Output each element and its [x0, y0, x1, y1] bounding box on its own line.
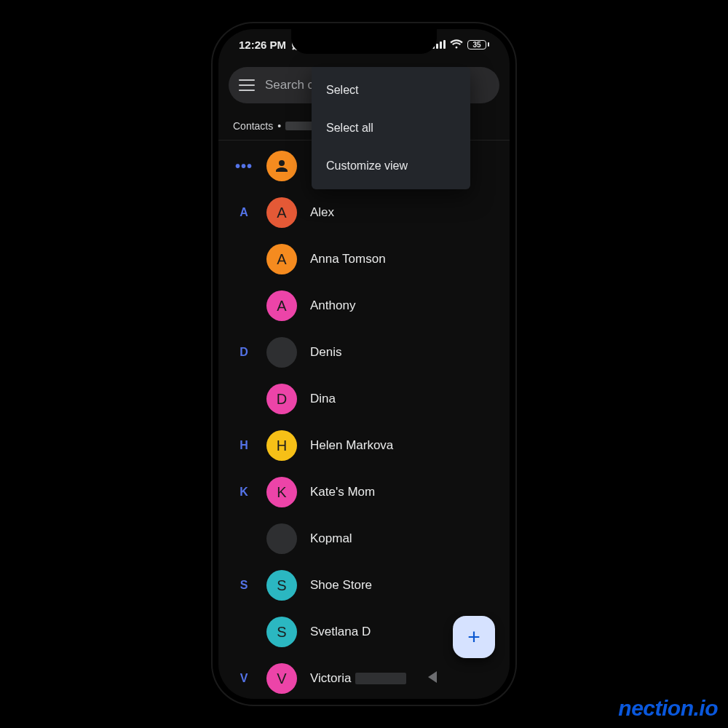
person-icon	[266, 151, 297, 181]
avatar: S	[266, 617, 297, 647]
avatar: V	[266, 663, 297, 694]
avatar: A	[266, 244, 297, 274]
battery-icon: 35	[467, 40, 489, 50]
contact-row[interactable]: DDenis	[218, 329, 510, 376]
contact-name: Victoria	[310, 671, 406, 686]
nav-back-icon[interactable]	[428, 671, 437, 683]
hamburger-icon[interactable]	[239, 79, 255, 91]
screen: 12:26 PM 35 Search c	[218, 29, 510, 699]
wifi-icon	[450, 39, 463, 50]
avatar: D	[266, 384, 297, 414]
name-redacted	[355, 673, 406, 684]
menu-customize-view[interactable]: Customize view	[312, 147, 470, 185]
index-letter: K	[234, 486, 253, 499]
avatar: S	[266, 570, 297, 601]
battery-level: 35	[472, 41, 480, 49]
contacts-header-label: Contacts	[233, 120, 273, 132]
contact-name: Alex	[310, 205, 334, 220]
avatar: A	[266, 197, 297, 228]
contacts-header-separator: •	[277, 120, 281, 132]
contact-name: Kate's Mom	[310, 485, 375, 499]
contact-row[interactable]: SSShoe Store	[218, 562, 510, 609]
contact-row[interactable]: KKKate's Mom	[218, 469, 510, 515]
index-more: •••	[234, 158, 253, 175]
contact-name: Kopmal	[310, 531, 352, 546]
contact-row[interactable]: AAnna Tomson	[218, 236, 510, 282]
add-contact-fab[interactable]: +	[453, 616, 495, 658]
overflow-menu: Select Select all Customize view	[312, 67, 470, 189]
avatar: H	[266, 430, 297, 461]
contact-row[interactable]: Kopmal	[218, 515, 510, 562]
avatar	[266, 523, 297, 554]
index-letter: A	[234, 206, 253, 219]
index-letter: V	[234, 672, 253, 685]
avatar	[266, 337, 297, 368]
contact-name: Denis	[310, 345, 341, 360]
watermark: nection.io	[618, 696, 718, 721]
contact-row[interactable]: AAnthony	[218, 282, 510, 329]
index-letter: S	[234, 579, 253, 592]
phone-frame: 12:26 PM 35 Search c	[211, 22, 517, 706]
contact-name: Dina	[310, 392, 336, 406]
menu-select-all[interactable]: Select all	[312, 109, 470, 147]
index-letter: H	[234, 439, 253, 452]
index-letter: D	[234, 346, 253, 359]
avatar: A	[266, 290, 297, 321]
contact-name: Helen Markova	[310, 438, 393, 453]
contact-row[interactable]: VVVictoria	[218, 655, 510, 699]
contact-row[interactable]: DDina	[218, 376, 510, 422]
contact-row[interactable]: AAAlex	[218, 189, 510, 236]
status-time: 12:26 PM	[239, 39, 286, 51]
notch	[291, 29, 437, 54]
contact-row[interactable]: HHHelen Markova	[218, 422, 510, 469]
contact-name: Anthony	[310, 298, 355, 313]
plus-icon: +	[467, 626, 480, 648]
contact-name: Svetlana D	[310, 625, 371, 639]
avatar: K	[266, 477, 297, 507]
menu-select[interactable]: Select	[312, 71, 470, 109]
contact-name: Anna Tomson	[310, 252, 386, 266]
contact-name: Shoe Store	[310, 578, 372, 593]
